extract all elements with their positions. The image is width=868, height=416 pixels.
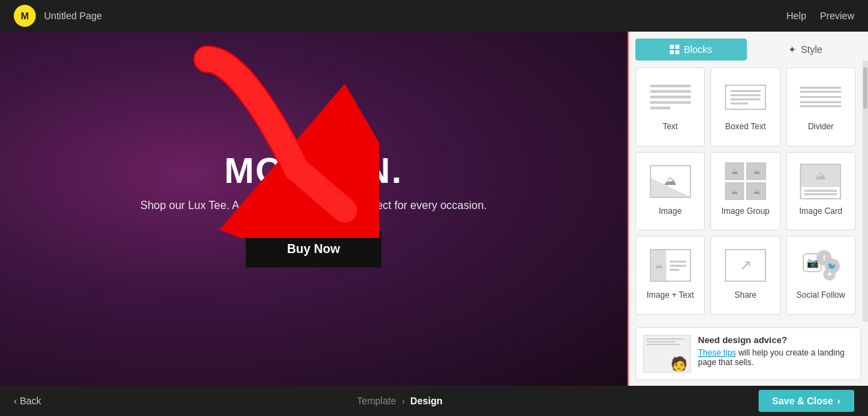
block-item-image[interactable]: Image (635, 152, 705, 231)
logo-text: M (21, 10, 29, 21)
advice-link[interactable]: These tips (698, 348, 736, 358)
breadcrumb-arrow-icon: › (401, 395, 405, 406)
image-card-block-label: Image Card (799, 206, 843, 216)
save-label: Save & Close (772, 395, 834, 406)
panel-scrollbar[interactable] (862, 61, 868, 322)
divider-block-label: Divider (808, 122, 834, 131)
hero-content: MODERN. Shop our Lux Tee. A modern essen… (127, 136, 501, 281)
image-text-block-label: Image + Text (646, 290, 694, 300)
back-label: Back (20, 395, 41, 406)
mailchimp-logo[interactable]: M (14, 5, 36, 27)
social-follow-block-icon: 📷 f 🐦 + (793, 245, 848, 286)
design-advice-box: 🧑 Need design advice? These tips will he… (635, 327, 861, 380)
block-item-image-card[interactable]: ⛰ Image Card (786, 152, 856, 231)
text-block-icon (643, 76, 698, 118)
block-item-image-group[interactable]: ⛰⛰⛰⛰ Image Group (710, 152, 780, 231)
block-item-divider[interactable]: Divider (786, 67, 856, 146)
breadcrumb: Template › Design (357, 395, 443, 406)
block-item-boxed-text[interactable]: Boxed Text (710, 67, 780, 146)
top-nav: M Untitled Page Help Preview (0, 0, 868, 32)
breadcrumb-current: Design (410, 395, 443, 406)
image-group-block-icon: ⛰⛰⛰⛰ (718, 161, 773, 202)
help-link[interactable]: Help (786, 10, 806, 21)
hero-subtitle: Shop our Lux Tee. A modern essential tha… (140, 199, 487, 212)
blocks-tab[interactable]: Blocks (635, 39, 747, 61)
scroll-thumb (863, 67, 867, 109)
panel-tabs: Blocks ✦ Style (628, 32, 868, 61)
divider-block-icon (793, 76, 848, 118)
advice-thumbnail: 🧑 (643, 335, 691, 373)
advice-figure-icon: 🧑 (670, 355, 688, 372)
blocks-scroll-area: Text Boxed Text (628, 61, 868, 322)
image-block-label: Image (659, 206, 681, 216)
image-card-block-icon: ⛰ (793, 161, 848, 202)
blocks-icon (670, 45, 679, 54)
blocks-grid: Text Boxed Text (628, 61, 862, 322)
nav-right: Help Preview (786, 10, 854, 21)
image-block-icon (643, 161, 698, 202)
right-panel-wrapper: Blocks ✦ Style Text (627, 32, 868, 386)
main-layout: MODERN. Shop our Lux Tee. A modern essen… (0, 32, 868, 386)
style-tab[interactable]: ✦ Style (750, 39, 861, 61)
nav-left: M Untitled Page (14, 5, 102, 27)
save-chevron-icon: › (837, 395, 840, 406)
hero-title: MODERN. (140, 150, 487, 191)
block-item-share[interactable]: ↗ Share (710, 236, 780, 315)
advice-text-content: Need design advice? These tips will help… (698, 335, 854, 367)
style-tab-label: Style (801, 44, 822, 55)
back-chevron-icon: ‹ (14, 395, 17, 406)
image-text-block-icon: ⛰ (643, 245, 698, 286)
block-item-social-follow[interactable]: 📷 f 🐦 + (786, 236, 856, 315)
image-group-block-label: Image Group (721, 206, 770, 216)
save-close-button[interactable]: Save & Close › (759, 390, 854, 412)
breadcrumb-template: Template (357, 395, 396, 406)
bottom-bar: ‹ Back Template › Design Save & Close › (0, 386, 868, 416)
page-title: Untitled Page (44, 10, 102, 21)
advice-title: Need design advice? (698, 335, 854, 345)
preview-link[interactable]: Preview (820, 10, 854, 21)
social-follow-block-label: Social Follow (796, 290, 845, 300)
block-item-text[interactable]: Text (635, 67, 705, 146)
boxed-text-block-label: Boxed Text (725, 122, 765, 131)
hero-area: MODERN. Shop our Lux Tee. A modern essen… (0, 32, 627, 386)
share-block-icon: ↗ (718, 245, 773, 286)
share-block-label: Share (734, 290, 756, 300)
text-block-label: Text (663, 122, 678, 131)
style-icon: ✦ (788, 44, 796, 55)
boxed-text-block-icon (718, 76, 773, 118)
block-item-image-text[interactable]: ⛰ Image + Text (635, 236, 705, 315)
blocks-tab-label: Blocks (684, 44, 712, 55)
back-button[interactable]: ‹ Back (14, 395, 41, 406)
hero-buy-button[interactable]: Buy Now (246, 231, 381, 267)
